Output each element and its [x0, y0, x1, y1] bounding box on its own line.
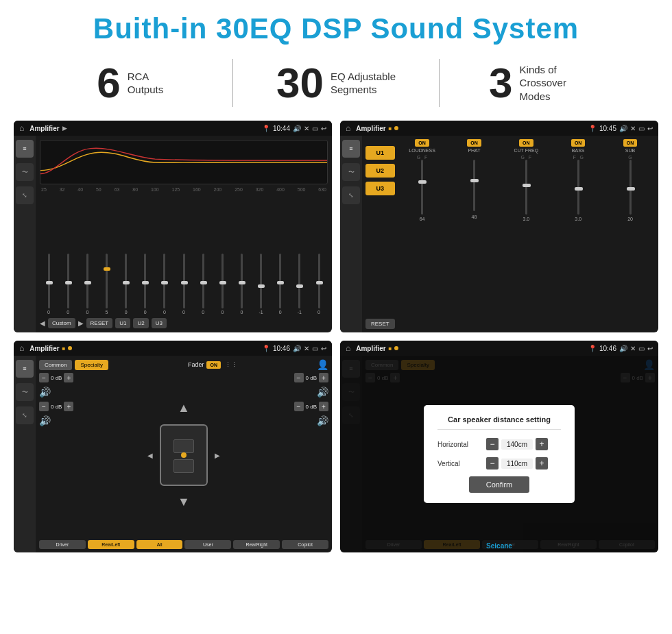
- volume-icon-tr: 🔊: [619, 125, 627, 132]
- horizontal-label: Horizontal: [437, 441, 482, 448]
- status-bar-bl: ⌂ Amplifier ■ 📍 10:46 🔊 ✕ ▭ ↩: [14, 341, 332, 356]
- fader-tab-eq[interactable]: ≡: [16, 360, 34, 378]
- eq-slider-2[interactable]: 0: [78, 254, 96, 315]
- horizontal-ctrl: − 140cm +: [486, 438, 548, 450]
- location-icon-br: 📍: [588, 345, 597, 352]
- db-minus-0[interactable]: −: [39, 373, 49, 382]
- eq-slider-1[interactable]: 0: [59, 254, 77, 315]
- rearright-btn-bl[interactable]: RearRight: [233, 540, 280, 549]
- prev-button[interactable]: ◀: [40, 319, 45, 327]
- horizontal-value: 140cm: [501, 439, 533, 450]
- u1-button-tl[interactable]: U1: [115, 318, 130, 328]
- fader-right-controls: − 0 dB + 🔊 − 0 dB + 🔊: [229, 373, 328, 537]
- confirm-button[interactable]: Confirm: [469, 476, 530, 493]
- sub-slider[interactable]: [629, 160, 632, 215]
- bass-slider[interactable]: [577, 160, 579, 215]
- speaker-icon-fr: 🔊: [317, 387, 328, 398]
- eq-tab-eq[interactable]: ≡: [16, 140, 34, 158]
- home-icon-br[interactable]: ⌂: [346, 343, 350, 353]
- phat-on[interactable]: ON: [467, 139, 481, 147]
- amp-tab-wave[interactable]: 〜: [342, 163, 360, 181]
- status-icons-tr: 📍 10:45 🔊 ✕ ▭ ↩: [588, 125, 653, 132]
- phat-slider-1[interactable]: [473, 160, 475, 211]
- volume-icon-bl: 🔊: [293, 345, 301, 352]
- eq-slider-11[interactable]: -1: [252, 254, 270, 315]
- u3-btn-tr[interactable]: U3: [365, 182, 395, 195]
- all-btn-bl[interactable]: All: [136, 540, 183, 549]
- reset-btn-tr[interactable]: RESET: [365, 319, 395, 329]
- cutfreq-slider[interactable]: [525, 160, 527, 215]
- db-row-0: − 0 dB +: [39, 373, 139, 382]
- amp-tab-arrow[interactable]: ⤡: [342, 186, 360, 204]
- fader-top-bar: Common Specialty Fader ON ⋮⋮ 👤: [39, 359, 328, 370]
- driver-btn-bl[interactable]: Driver: [39, 540, 86, 549]
- db-minus-1[interactable]: −: [39, 402, 49, 411]
- time-tl: 10:44: [273, 125, 290, 132]
- common-tab-bl[interactable]: Common: [39, 360, 72, 370]
- db-minus-3[interactable]: −: [294, 402, 304, 411]
- amp-controls-grid: ON LOUDNESS G F 64 ON PHAT: [398, 139, 655, 329]
- eq-tab-arrow[interactable]: ⤡: [16, 186, 34, 204]
- sub-on[interactable]: ON: [623, 139, 638, 147]
- db-plus-3[interactable]: +: [319, 402, 328, 411]
- eq-tab-wave[interactable]: 〜: [16, 163, 34, 181]
- db-plus-0[interactable]: +: [64, 373, 73, 382]
- fader-on-btn[interactable]: ON: [206, 361, 221, 369]
- user-btn-bl[interactable]: User: [184, 540, 231, 549]
- stat-rca-number: 6: [97, 62, 120, 104]
- loudness-on[interactable]: ON: [415, 139, 429, 147]
- eq-slider-5[interactable]: 0: [136, 254, 154, 315]
- amp-tab-eq[interactable]: ≡: [342, 140, 360, 158]
- fader-tab-arrow[interactable]: ⤡: [16, 406, 34, 424]
- fader-panel-content: ≡ 〜 ⤡ Common Specialty Fader ON ⋮⋮ 👤: [14, 356, 332, 552]
- stat-divider-2: [439, 59, 440, 107]
- fader-tab-wave[interactable]: 〜: [16, 383, 34, 401]
- eq-slider-13[interactable]: -1: [291, 254, 309, 315]
- window-icon-tl: ▭: [312, 125, 318, 132]
- next-button[interactable]: ▶: [78, 319, 84, 327]
- horizontal-minus-btn[interactable]: −: [486, 438, 499, 450]
- db-plus-2[interactable]: +: [319, 373, 328, 382]
- back-icon-br: ↩: [647, 345, 653, 352]
- vertical-plus-btn[interactable]: +: [536, 457, 548, 470]
- vertical-minus-btn[interactable]: −: [486, 457, 499, 470]
- db-plus-1[interactable]: +: [64, 402, 73, 411]
- eq-slider-9[interactable]: 0: [213, 254, 231, 315]
- db-row-3: − 0 dB +: [294, 402, 328, 411]
- eq-slider-8[interactable]: 0: [194, 254, 212, 315]
- eq-slider-3[interactable]: 5: [97, 254, 115, 315]
- window-icon-bl: ▭: [312, 345, 318, 352]
- rearleft-btn-bl[interactable]: RearLeft: [88, 540, 134, 549]
- rec-icon-tr: ■: [389, 125, 392, 132]
- u3-button-tl[interactable]: U3: [152, 318, 167, 328]
- copilot-btn-bl[interactable]: Copilot: [282, 540, 328, 549]
- eq-slider-6[interactable]: 0: [156, 254, 173, 315]
- db-minus-2[interactable]: −: [294, 373, 304, 382]
- bass-on[interactable]: ON: [571, 139, 586, 147]
- reset-button-tl[interactable]: RESET: [86, 318, 113, 328]
- custom-button[interactable]: Custom: [48, 318, 75, 328]
- eq-slider-14[interactable]: 0: [310, 254, 328, 315]
- loudness-slider[interactable]: [421, 160, 423, 215]
- specialty-tab-bl[interactable]: Specialty: [75, 360, 108, 370]
- eq-slider-0[interactable]: 0: [40, 254, 58, 315]
- back-icon-tl: ↩: [321, 125, 326, 132]
- home-icon-tr[interactable]: ⌂: [346, 123, 350, 133]
- loudness-label: LOUDNESS: [409, 148, 435, 153]
- eq-slider-12[interactable]: 0: [272, 254, 289, 315]
- app-title-bl: Amplifier: [29, 345, 59, 352]
- u1-btn-tr[interactable]: U1: [365, 146, 395, 160]
- home-icon-bl[interactable]: ⌂: [19, 343, 24, 353]
- page-title: Buith-in 30EQ DSP Sound System: [0, 0, 672, 52]
- home-icon-tl[interactable]: ⌂: [19, 123, 24, 133]
- eq-slider-10[interactable]: 0: [232, 254, 250, 315]
- horizontal-plus-btn[interactable]: +: [536, 438, 548, 450]
- eq-slider-7[interactable]: 0: [175, 254, 193, 315]
- status-icons-br: 📍 10:46 🔊 ✕ ▭ ↩: [588, 345, 653, 352]
- dot-icon-br: [394, 346, 398, 350]
- u2-btn-tr[interactable]: U2: [365, 164, 395, 178]
- cutfreq-label: CUT FREQ: [514, 148, 538, 153]
- eq-slider-4[interactable]: 0: [117, 254, 135, 315]
- u2-button-tl[interactable]: U2: [133, 318, 148, 328]
- cutfreq-on[interactable]: ON: [519, 139, 533, 147]
